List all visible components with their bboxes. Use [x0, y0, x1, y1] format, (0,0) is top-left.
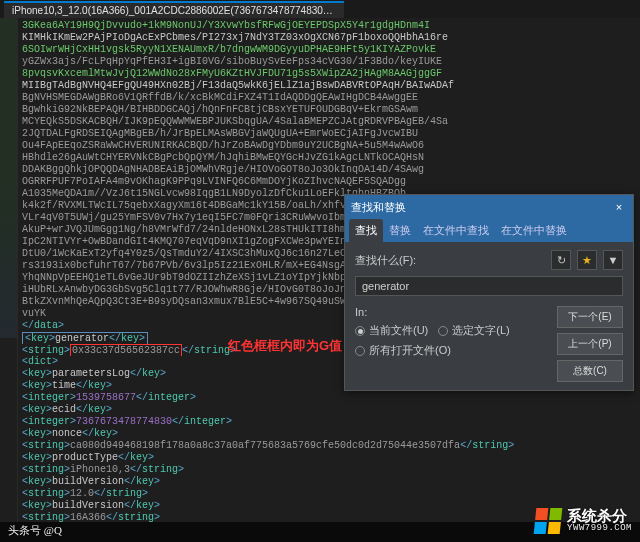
dialog-tab[interactable]: 查找	[349, 219, 383, 242]
count-button[interactable]: 总数(C)	[557, 360, 623, 382]
favorite-icon[interactable]: ★	[577, 250, 597, 270]
dialog-titlebar[interactable]: 查找和替换 ×	[345, 195, 633, 219]
watermark-url: YWW7999.COM	[567, 524, 632, 533]
dialog-tab[interactable]: 在文件中替换	[495, 219, 573, 242]
code-line: 2JQTDALFgRDSEIQAgMBgEB/h/JrBpELMAsWBGVja…	[22, 128, 636, 140]
code-line: 3GKea6AY19H9QjDvvudo+1kM9NonUJ/Y3XvwYbsf…	[22, 20, 636, 32]
code-line: <integer>1539758677</integer>	[22, 392, 636, 404]
find-next-button[interactable]: 下一个(E)	[557, 306, 623, 328]
code-line: BgNVHSMEGDAWgBRo6V1QRffdB/k/xcBkMCdiFXZ4…	[22, 92, 636, 104]
code-line: yGZWx3ajs/FcLPqHpYqPfEH3I+igBI0VG/siboBu…	[22, 56, 636, 68]
code-line: <string>12.0</string>	[22, 488, 636, 500]
code-line: <key>nonce</key>	[22, 428, 636, 440]
gutter	[0, 18, 18, 522]
watermark-text-cn: 系统杀分	[567, 509, 632, 524]
file-tab-label: iPhone10,3_12.0(16A366)_001A2CDC2886002E…	[12, 5, 344, 16]
dialog-tab[interactable]: 在文件中查找	[417, 219, 495, 242]
radio-icon	[438, 326, 448, 336]
find-prev-button[interactable]: 上一个(P)	[557, 333, 623, 355]
code-line: <string>iPhone10,3</string>	[22, 464, 636, 476]
source-attribution: 头条号 @Q	[8, 523, 62, 538]
search-input[interactable]	[355, 276, 623, 296]
dropdown-icon[interactable]: ▼	[603, 250, 623, 270]
scope-radio[interactable]: 当前文件(U)	[355, 323, 428, 338]
dialog-close-icon[interactable]: ×	[611, 201, 627, 213]
code-line: <string>ca080d949468198f178a0a8c37a0af77…	[22, 440, 636, 452]
dialog-title-text: 查找和替换	[351, 200, 406, 215]
code-line: MIIBgTAdBgNVHQ4EFgQU49HXn02Bj/F13daQ5wkK…	[22, 80, 636, 92]
fold-region	[0, 18, 17, 338]
code-line: KIMHkIKmEw2PAjPIoDgAcExPCbmes/PI273xj7Nd…	[22, 32, 636, 44]
radio-label: 所有打开文件(O)	[369, 343, 451, 358]
red-annotation-text: 红色框框内即为G值	[228, 337, 342, 355]
window-titlebar: iPhone10,3_12.0(16A366)_001A2CDC2886002E…	[0, 0, 640, 18]
code-line: DDAKBggQhkjOPQQDAgNHADBEAiBjOMWhVRgje/HI…	[22, 164, 636, 176]
code-line: MCYEQkS5DSKACBQH/IJK9pEQQWWMWEBPJUKSbqgU…	[22, 116, 636, 128]
file-tab[interactable]: iPhone10,3_12.0(16A366)_001A2CDC2886002E…	[4, 1, 344, 18]
history-icon[interactable]: ↻	[551, 250, 571, 270]
code-line: <integer>7367673478774830</integer>	[22, 416, 636, 428]
in-label: In:	[355, 306, 547, 318]
code-line: BgwhkiG92NkBEPAQH/BIHBDDGCAQj/hQnFnFCBtj…	[22, 104, 636, 116]
code-line: <key>ecid</key>	[22, 404, 636, 416]
scope-radio[interactable]: 选定文字(L)	[438, 323, 509, 338]
code-line: <key>buildVersion</key>	[22, 476, 636, 488]
code-line: Ou4FApEEqoZSRaWwCHVERUNIRKACBQD/hJrZoBAw…	[22, 140, 636, 152]
find-replace-dialog[interactable]: 查找和替换 × 查找替换在文件中查找在文件中替换 查找什么(F): ↻ ★ ▼ …	[344, 194, 634, 391]
scope-radio[interactable]: 所有打开文件(O)	[355, 343, 451, 358]
code-line: <key>productType</key>	[22, 452, 636, 464]
code-line: OGRRFPUF7PoIAFA4m9vOKhagK9PPq9LVINFQ6C6M…	[22, 176, 636, 188]
radio-icon	[355, 346, 365, 356]
radio-label: 当前文件(U)	[369, 323, 428, 338]
watermark: 系统杀分 YWW7999.COM	[535, 508, 632, 534]
code-line: HBhdle26gAuWtCHYERVNkCBgPcbQpQYM/hJqhiBM…	[22, 152, 636, 164]
radio-label: 选定文字(L)	[452, 323, 509, 338]
dialog-tabs: 查找替换在文件中查找在文件中替换	[345, 219, 633, 242]
code-line: 8pvqsvKxcemlMtwJvjQ12WWdNo28xFMyU6KZtHVJ…	[22, 68, 636, 80]
code-line: 6SOIwrWHjCxHH1vgsk5RyyN1XENAUmxR/b7dngwW…	[22, 44, 636, 56]
radio-icon	[355, 326, 365, 336]
windows-logo-icon	[534, 508, 563, 534]
dialog-tab[interactable]: 替换	[383, 219, 417, 242]
search-label: 查找什么(F):	[355, 253, 416, 268]
